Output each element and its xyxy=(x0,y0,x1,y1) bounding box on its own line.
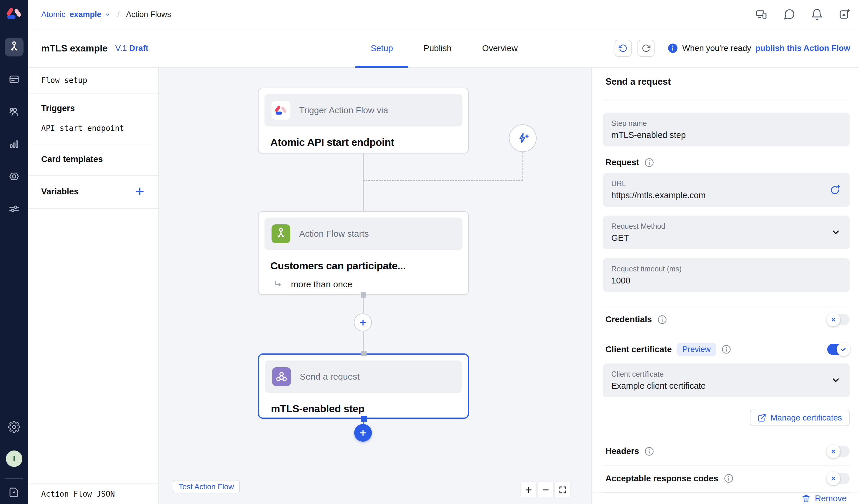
request-method-select[interactable]: Request Method GET xyxy=(603,216,849,249)
insert-variable-icon[interactable] xyxy=(829,184,841,196)
add-variable-button[interactable] xyxy=(134,186,145,197)
node-trigger[interactable]: Trigger Action Flow via Atomic API start… xyxy=(258,88,469,153)
node-flow-starts[interactable]: Action Flow starts Customers can partici… xyxy=(258,211,469,295)
node-handle[interactable] xyxy=(361,351,366,356)
gear-icon xyxy=(8,421,20,433)
rail-item-cards[interactable] xyxy=(5,70,24,89)
trigger-item-api-start-endpoint[interactable]: API start endpoint xyxy=(41,124,145,133)
request-timeout-field[interactable]: Request timeout (ms) 1000 xyxy=(603,258,849,292)
inspector-footer: Remove xyxy=(592,492,859,504)
url-value: https://mtls.example.com xyxy=(611,190,841,200)
flow-canvas[interactable]: Trigger Action Flow via Atomic API start… xyxy=(159,67,591,504)
client-certificate-toggle[interactable] xyxy=(827,344,849,355)
undo-button[interactable] xyxy=(615,40,632,57)
x-icon xyxy=(830,316,837,323)
rail-item-flow-json[interactable] xyxy=(5,483,24,502)
publish-link[interactable]: publish this Action Flow xyxy=(755,44,850,53)
redo-button[interactable] xyxy=(637,40,654,57)
node-kind-label: Action Flow starts xyxy=(299,229,369,239)
credentials-label: Credentials xyxy=(603,315,652,324)
inspector-title: Send a request xyxy=(603,76,849,87)
node-trigger-band: Trigger Action Flow via xyxy=(265,94,463,126)
add-next-step-button[interactable] xyxy=(354,424,372,442)
atomic-logo-icon[interactable] xyxy=(6,5,22,22)
chat-icon[interactable] xyxy=(783,8,796,20)
triggers-title: Triggers xyxy=(41,104,145,113)
headers-toggle[interactable] xyxy=(827,446,849,457)
branch-arrow-icon xyxy=(273,279,283,289)
credentials-toggle[interactable] xyxy=(827,314,849,325)
flow-title: mTLS example xyxy=(41,43,108,54)
breadcrumb-separator: / xyxy=(117,10,120,19)
plus-icon xyxy=(359,318,367,327)
card-templates-title[interactable]: Card templates xyxy=(41,154,145,164)
node-send-request[interactable]: Send a request mTLS-enabled step xyxy=(258,353,469,419)
client-certificate-select[interactable]: Client certificate Example client certif… xyxy=(603,364,849,397)
node-trigger-title: Atomic API start endpoint xyxy=(270,136,463,148)
bolt-plus-icon xyxy=(516,132,529,145)
flow-icon xyxy=(8,41,20,53)
toggle-knob xyxy=(827,445,840,458)
request-method-label: Request Method xyxy=(611,222,841,231)
dashed-connector-vertical xyxy=(523,152,523,181)
tab-overview[interactable]: Overview xyxy=(467,29,533,67)
whats-new-icon[interactable] xyxy=(839,8,851,20)
node-kind-label: Trigger Action Flow via xyxy=(299,105,388,115)
add-step-button[interactable] xyxy=(354,314,372,331)
external-link-icon xyxy=(757,413,766,422)
node-kind-label: Send a request xyxy=(300,372,360,382)
plus-icon xyxy=(359,428,367,437)
step-name-value: mTLS-enabled step xyxy=(611,130,841,140)
connector-line xyxy=(363,153,364,212)
manage-certificates-button[interactable]: Manage certificates xyxy=(750,410,849,426)
breadcrumb: Atomic example / Action Flows xyxy=(41,10,171,19)
rail-item-analytics[interactable] xyxy=(5,135,24,153)
info-icon[interactable] xyxy=(721,344,731,354)
url-label: URL xyxy=(611,179,841,188)
toggle-knob xyxy=(827,313,840,326)
user-avatar[interactable]: I xyxy=(6,450,22,467)
rail-item-settings[interactable] xyxy=(5,417,24,437)
rail-item-preferences[interactable] xyxy=(5,199,24,218)
nav-rail: I xyxy=(0,0,28,504)
breadcrumb-product[interactable]: Atomic xyxy=(41,10,65,19)
zoom-in-button[interactable] xyxy=(521,482,536,498)
tab-setup[interactable]: Setup xyxy=(356,29,408,67)
triggers-section: Triggers API start endpoint xyxy=(28,93,158,144)
bell-icon[interactable] xyxy=(811,8,823,20)
flow-version-badge: V.1 Draft xyxy=(115,44,149,53)
flow-setup-label[interactable]: Flow setup xyxy=(28,67,158,93)
card-icon xyxy=(8,73,20,86)
test-action-flow-button[interactable]: Test Action Flow xyxy=(173,480,240,493)
breadcrumb-workspace[interactable]: example xyxy=(70,10,102,19)
flow-tabs: Setup Publish Overview xyxy=(356,29,533,67)
info-icon[interactable] xyxy=(724,473,734,484)
headers-label: Headers xyxy=(603,446,639,456)
rail-item-action-flows[interactable] xyxy=(5,37,24,57)
chevron-down-icon[interactable] xyxy=(104,11,111,18)
info-icon[interactable] xyxy=(644,446,654,456)
step-name-field[interactable]: Step name mTLS-enabled step xyxy=(603,112,849,147)
info-icon[interactable] xyxy=(657,315,667,325)
sliders-icon xyxy=(8,203,20,215)
tab-publish[interactable]: Publish xyxy=(408,29,467,67)
devices-icon[interactable] xyxy=(755,8,768,20)
redo-icon xyxy=(642,44,650,52)
variables-section: Variables xyxy=(28,176,158,209)
node-handle-selected[interactable] xyxy=(361,416,367,422)
node-flow-starts-subtitle: more than once xyxy=(291,279,352,289)
info-icon[interactable] xyxy=(644,158,654,168)
url-field[interactable]: URL https://mtls.example.com xyxy=(603,173,849,207)
x-icon xyxy=(830,448,837,455)
add-trigger-button[interactable] xyxy=(509,124,537,152)
response-codes-label: Acceptable response codes xyxy=(603,474,718,484)
response-codes-toggle[interactable] xyxy=(827,473,849,484)
rail-item-customers[interactable] xyxy=(5,102,24,121)
remove-step-button[interactable]: Remove xyxy=(801,494,847,503)
node-handle[interactable] xyxy=(361,292,366,297)
fit-view-button[interactable] xyxy=(555,482,570,498)
zoom-out-button[interactable] xyxy=(538,482,553,498)
plus-icon xyxy=(524,486,533,494)
action-flow-json-link[interactable]: Action Flow JSON xyxy=(28,484,158,504)
rail-item-integrations[interactable] xyxy=(5,167,24,186)
